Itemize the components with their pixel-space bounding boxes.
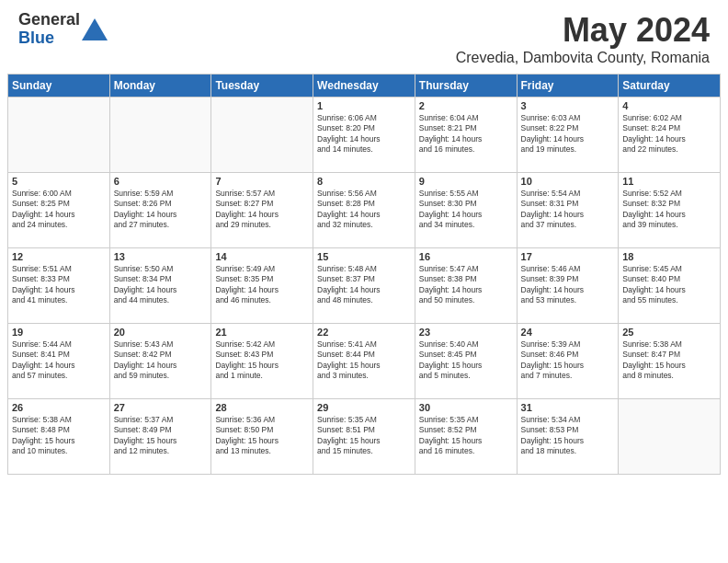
- calendar-cell: [211, 98, 313, 173]
- calendar-cell: 22Sunrise: 5:41 AM Sunset: 8:44 PM Dayli…: [313, 324, 415, 399]
- calendar-cell: 6Sunrise: 5:59 AM Sunset: 8:26 PM Daylig…: [109, 173, 211, 248]
- calendar-cell: 1Sunrise: 6:06 AM Sunset: 8:20 PM Daylig…: [313, 98, 415, 173]
- day-number: 22: [317, 327, 411, 338]
- day-number: 20: [114, 327, 208, 338]
- calendar-cell: 26Sunrise: 5:38 AM Sunset: 8:48 PM Dayli…: [8, 399, 110, 475]
- day-info: Sunrise: 5:38 AM Sunset: 8:47 PM Dayligh…: [622, 339, 716, 382]
- day-info: Sunrise: 5:35 AM Sunset: 8:51 PM Dayligh…: [317, 415, 411, 457]
- calendar-cell: 13Sunrise: 5:50 AM Sunset: 8:34 PM Dayli…: [109, 248, 211, 324]
- logo-blue: Blue: [18, 29, 80, 48]
- day-number: 3: [521, 100, 615, 111]
- calendar-cell: 19Sunrise: 5:44 AM Sunset: 8:41 PM Dayli…: [8, 324, 110, 399]
- day-info: Sunrise: 5:39 AM Sunset: 8:46 PM Dayligh…: [521, 339, 615, 382]
- calendar-cell: 12Sunrise: 5:51 AM Sunset: 8:33 PM Dayli…: [8, 248, 110, 324]
- day-info: Sunrise: 5:43 AM Sunset: 8:42 PM Dayligh…: [114, 339, 208, 382]
- day-info: Sunrise: 5:41 AM Sunset: 8:44 PM Dayligh…: [317, 339, 411, 382]
- calendar-cell: 11Sunrise: 5:52 AM Sunset: 8:32 PM Dayli…: [619, 173, 721, 248]
- calendar-cell: 24Sunrise: 5:39 AM Sunset: 8:46 PM Dayli…: [517, 324, 619, 399]
- day-info: Sunrise: 5:42 AM Sunset: 8:43 PM Dayligh…: [215, 339, 309, 382]
- day-number: 14: [215, 251, 309, 262]
- day-info: Sunrise: 6:04 AM Sunset: 8:21 PM Dayligh…: [419, 113, 513, 155]
- month-year-title: May 2024: [456, 11, 710, 50]
- day-info: Sunrise: 5:48 AM Sunset: 8:37 PM Dayligh…: [317, 264, 411, 306]
- calendar-cell: 5Sunrise: 6:00 AM Sunset: 8:25 PM Daylig…: [8, 173, 110, 248]
- logo-icon: [82, 18, 108, 40]
- calendar-cell: 20Sunrise: 5:43 AM Sunset: 8:42 PM Dayli…: [109, 324, 211, 399]
- day-number: 13: [114, 251, 208, 262]
- day-number: 7: [215, 176, 309, 187]
- day-number: 8: [317, 176, 411, 187]
- calendar-cell: [8, 98, 110, 173]
- header-thursday: Thursday: [415, 75, 517, 98]
- calendar-cell: 23Sunrise: 5:40 AM Sunset: 8:45 PM Dayli…: [415, 324, 517, 399]
- day-number: 4: [622, 100, 716, 111]
- day-info: Sunrise: 5:50 AM Sunset: 8:34 PM Dayligh…: [114, 264, 208, 306]
- header-monday: Monday: [109, 75, 211, 98]
- page-header: General Blue May 2024 Crevedia, Dambovit…: [0, 0, 728, 74]
- calendar-cell: 17Sunrise: 5:46 AM Sunset: 8:39 PM Dayli…: [517, 248, 619, 324]
- day-info: Sunrise: 5:45 AM Sunset: 8:40 PM Dayligh…: [622, 264, 716, 306]
- header-tuesday: Tuesday: [211, 75, 313, 98]
- day-info: Sunrise: 5:55 AM Sunset: 8:30 PM Dayligh…: [419, 189, 513, 231]
- logo-general: General: [18, 11, 80, 29]
- day-info: Sunrise: 5:40 AM Sunset: 8:45 PM Dayligh…: [419, 339, 513, 382]
- calendar-cell: 25Sunrise: 5:38 AM Sunset: 8:47 PM Dayli…: [619, 324, 721, 399]
- calendar-week-2: 5Sunrise: 6:00 AM Sunset: 8:25 PM Daylig…: [8, 173, 721, 248]
- day-number: 6: [114, 176, 208, 187]
- day-number: 1: [317, 100, 411, 111]
- day-number: 12: [12, 251, 106, 262]
- day-number: 10: [521, 176, 615, 187]
- day-number: 15: [317, 251, 411, 262]
- day-info: Sunrise: 6:06 AM Sunset: 8:20 PM Dayligh…: [317, 113, 411, 155]
- calendar-cell: 8Sunrise: 5:56 AM Sunset: 8:28 PM Daylig…: [313, 173, 415, 248]
- calendar-cell: 3Sunrise: 6:03 AM Sunset: 8:22 PM Daylig…: [517, 98, 619, 173]
- day-number: 11: [622, 176, 716, 187]
- day-number: 23: [419, 327, 513, 338]
- day-number: 9: [419, 176, 513, 187]
- day-number: 19: [12, 327, 106, 338]
- day-info: Sunrise: 5:44 AM Sunset: 8:41 PM Dayligh…: [12, 339, 106, 382]
- day-number: 31: [521, 402, 615, 413]
- calendar-cell: 15Sunrise: 5:48 AM Sunset: 8:37 PM Dayli…: [313, 248, 415, 324]
- location-subtitle: Crevedia, Dambovita County, Romania: [456, 50, 710, 66]
- header-wednesday: Wednesday: [313, 75, 415, 98]
- day-number: 16: [419, 251, 513, 262]
- calendar-week-1: 1Sunrise: 6:06 AM Sunset: 8:20 PM Daylig…: [8, 98, 721, 173]
- day-info: Sunrise: 5:35 AM Sunset: 8:52 PM Dayligh…: [419, 415, 513, 457]
- svg-marker-0: [82, 18, 108, 40]
- day-info: Sunrise: 5:59 AM Sunset: 8:26 PM Dayligh…: [114, 189, 208, 231]
- day-number: 17: [521, 251, 615, 262]
- day-number: 24: [521, 327, 615, 338]
- day-number: 26: [12, 402, 106, 413]
- day-info: Sunrise: 5:37 AM Sunset: 8:49 PM Dayligh…: [114, 415, 208, 457]
- calendar-cell: 31Sunrise: 5:34 AM Sunset: 8:53 PM Dayli…: [517, 399, 619, 475]
- header-friday: Friday: [517, 75, 619, 98]
- day-info: Sunrise: 5:51 AM Sunset: 8:33 PM Dayligh…: [12, 264, 106, 306]
- calendar-table: SundayMondayTuesdayWednesdayThursdayFrid…: [7, 74, 721, 475]
- day-info: Sunrise: 5:54 AM Sunset: 8:31 PM Dayligh…: [521, 189, 615, 231]
- calendar-week-3: 12Sunrise: 5:51 AM Sunset: 8:33 PM Dayli…: [8, 248, 721, 324]
- logo: General Blue: [18, 11, 108, 48]
- day-info: Sunrise: 6:00 AM Sunset: 8:25 PM Dayligh…: [12, 189, 106, 231]
- calendar-cell: 2Sunrise: 6:04 AM Sunset: 8:21 PM Daylig…: [415, 98, 517, 173]
- day-number: 18: [622, 251, 716, 262]
- day-info: Sunrise: 5:38 AM Sunset: 8:48 PM Dayligh…: [12, 415, 106, 457]
- day-info: Sunrise: 6:03 AM Sunset: 8:22 PM Dayligh…: [521, 113, 615, 155]
- calendar-cell: 29Sunrise: 5:35 AM Sunset: 8:51 PM Dayli…: [313, 399, 415, 475]
- day-info: Sunrise: 5:46 AM Sunset: 8:39 PM Dayligh…: [521, 264, 615, 306]
- day-info: Sunrise: 5:56 AM Sunset: 8:28 PM Dayligh…: [317, 189, 411, 231]
- calendar-cell: 28Sunrise: 5:36 AM Sunset: 8:50 PM Dayli…: [211, 399, 313, 475]
- calendar-cell: 16Sunrise: 5:47 AM Sunset: 8:38 PM Dayli…: [415, 248, 517, 324]
- calendar-cell: 18Sunrise: 5:45 AM Sunset: 8:40 PM Dayli…: [619, 248, 721, 324]
- day-info: Sunrise: 5:34 AM Sunset: 8:53 PM Dayligh…: [521, 415, 615, 457]
- calendar-cell: 7Sunrise: 5:57 AM Sunset: 8:27 PM Daylig…: [211, 173, 313, 248]
- day-number: 5: [12, 176, 106, 187]
- calendar-container: SundayMondayTuesdayWednesdayThursdayFrid…: [0, 74, 728, 482]
- day-info: Sunrise: 5:36 AM Sunset: 8:50 PM Dayligh…: [215, 415, 309, 457]
- calendar-cell: 9Sunrise: 5:55 AM Sunset: 8:30 PM Daylig…: [415, 173, 517, 248]
- calendar-week-5: 26Sunrise: 5:38 AM Sunset: 8:48 PM Dayli…: [8, 399, 721, 475]
- day-number: 28: [215, 402, 309, 413]
- calendar-cell: 14Sunrise: 5:49 AM Sunset: 8:35 PM Dayli…: [211, 248, 313, 324]
- calendar-cell: 4Sunrise: 6:02 AM Sunset: 8:24 PM Daylig…: [619, 98, 721, 173]
- day-info: Sunrise: 5:49 AM Sunset: 8:35 PM Dayligh…: [215, 264, 309, 306]
